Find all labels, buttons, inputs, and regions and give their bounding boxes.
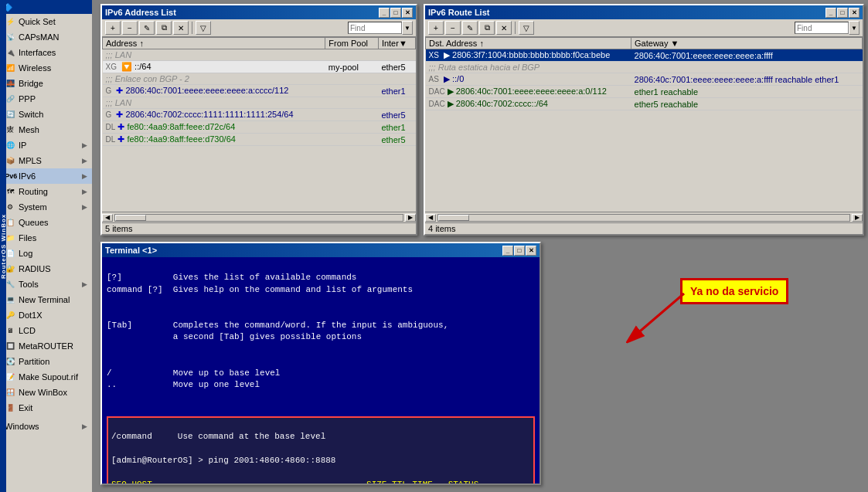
sidebar-item-mpls[interactable]: 📦 MPLS ▶ xyxy=(0,153,92,168)
ipv6-route-list-title: IPv6 Route List xyxy=(428,8,489,17)
add-button[interactable]: + xyxy=(105,21,121,35)
table-row[interactable]: XS ▶ 2806:3f7:1004:bbbb:bbbb:bbbb:f0ca:b… xyxy=(426,49,863,62)
route-scroll-right-btn[interactable]: ▶ xyxy=(852,214,863,222)
sidebar-item-interfaces[interactable]: 🔌 Interfaces xyxy=(0,45,92,60)
sidebar-item-new-terminal[interactable]: 💻 New Terminal xyxy=(0,292,92,307)
bridge-icon: 🌉 xyxy=(5,78,15,89)
route-add-button[interactable]: + xyxy=(428,21,444,35)
sidebar-item-queues[interactable]: 📋 Queues xyxy=(0,215,92,230)
table-row[interactable]: G ✚ 2806:40c:7002:cccc:1111:1111:1111:25… xyxy=(103,109,416,121)
route-find-control: ▼ xyxy=(795,21,859,35)
route-table-scroll[interactable]: Dst. Address ↑ Gateway ▼ XS ▶ 2806:3f7:1… xyxy=(425,37,863,212)
sidebar-item-switch[interactable]: 🔄 Switch xyxy=(0,107,92,122)
copy-button[interactable]: ⧉ xyxy=(156,21,172,35)
horizontal-scrollbar[interactable]: ◀ ▶ xyxy=(102,212,416,222)
scrollbar-track[interactable] xyxy=(114,214,403,222)
sidebar-item-ip[interactable]: 🌐 IP ▶ xyxy=(0,137,92,153)
sidebar-item-new-winbox[interactable]: 🪟 New WinBox xyxy=(0,385,92,400)
route-find-input[interactable] xyxy=(795,22,849,34)
minimize-button[interactable]: _ xyxy=(379,8,390,18)
sidebar-item-capsman[interactable]: 📡 CAPsMAN xyxy=(0,29,92,45)
filter-button[interactable]: ▽ xyxy=(196,21,211,35)
win-controls: _ □ ✕ xyxy=(379,8,413,18)
route-remove-button[interactable]: − xyxy=(445,21,461,35)
sidebar-item-make-supout[interactable]: 📝 Make Supout.rif xyxy=(0,369,92,385)
sidebar-item-system[interactable]: ⚙ System ▶ xyxy=(0,199,92,215)
sidebar-label-lcd: LCD xyxy=(19,326,36,335)
route-copy-button[interactable]: ⧉ xyxy=(479,21,495,35)
sidebar-item-exit[interactable]: 🚪 Exit xyxy=(0,400,92,416)
table-row[interactable]: XG 🔽 ::/64 my-pool ether5 xyxy=(103,61,416,73)
col-from-pool[interactable]: From Pool xyxy=(325,38,379,49)
table-row[interactable]: DL ✚ fe80::4aa9:8aff:feee:d730/64 ether5 xyxy=(103,134,416,146)
sidebar-label-mesh: Mesh xyxy=(19,125,39,134)
route-table: Dst. Address ↑ Gateway ▼ XS ▶ 2806:3f7:1… xyxy=(425,37,863,110)
sidebar-label-new-terminal: New Terminal xyxy=(19,295,70,304)
route-maximize-button[interactable]: □ xyxy=(837,8,848,18)
sidebar-item-tools[interactable]: 🔧 Tools ▶ xyxy=(0,277,92,292)
col-dst-address[interactable]: Dst. Address ↑ xyxy=(426,38,631,49)
sidebar-item-ipv6[interactable]: IPv6 IPv6 ▶ xyxy=(0,168,92,184)
tools-icon: 🔧 xyxy=(5,279,15,290)
delete-button[interactable]: ✕ xyxy=(173,21,189,35)
sidebar-item-dot1x[interactable]: 🔑 Dot1X xyxy=(0,307,92,323)
address-table-scroll[interactable]: Address ↑ From Pool Inter▼ ;;; LAN XG 🔽 … xyxy=(102,37,416,212)
sidebar-item-ppp[interactable]: 🔗 PPP xyxy=(0,91,92,107)
remove-button[interactable]: − xyxy=(122,21,138,35)
table-row[interactable]: DAC ▶ 2806:40c:7002:cccc::/64 ether5 rea… xyxy=(426,98,863,110)
find-input[interactable] xyxy=(348,22,402,34)
route-filter-button[interactable]: ▽ xyxy=(519,21,534,35)
sidebar-item-windows[interactable]: Windows ▶ xyxy=(0,419,92,434)
tools-arrow: ▶ xyxy=(82,280,87,288)
route-minimize-button[interactable]: _ xyxy=(825,8,836,18)
interfaces-icon: 🔌 xyxy=(5,47,15,58)
route-delete-button[interactable]: ✕ xyxy=(496,21,512,35)
terminal-maximize-button[interactable]: □ xyxy=(514,246,525,256)
ipv6-route-list-titlebar[interactable]: IPv6 Route List _ □ ✕ xyxy=(425,5,863,19)
sidebar-item-radius[interactable]: 🔐 RADIUS xyxy=(0,261,92,277)
col-address[interactable]: Address ↑ xyxy=(103,38,325,49)
table-row[interactable]: DAC ▶ 2806:40c:7001:eeee:eeee:eeee:a:0/1… xyxy=(426,86,863,98)
route-close-button[interactable]: ✕ xyxy=(849,8,859,18)
sidebar-item-quick-set[interactable]: ⚡ Quick Set xyxy=(0,14,92,29)
route-scrollbar-thumb[interactable] xyxy=(438,215,469,221)
sidebar-item-metarouter[interactable]: 🔲 MetaROUTER xyxy=(0,338,92,354)
terminal-title: Terminal <1> xyxy=(105,246,157,255)
col-gateway[interactable]: Gateway ▼ xyxy=(631,38,863,49)
sidebar-item-files[interactable]: 📁 Files xyxy=(0,230,92,246)
sidebar-item-routing[interactable]: 🗺 Routing ▶ xyxy=(0,184,92,199)
terminal-close-button[interactable]: ✕ xyxy=(526,246,536,256)
route-scroll-left-btn[interactable]: ◀ xyxy=(425,214,436,222)
scrollbar-thumb[interactable] xyxy=(115,215,146,221)
route-find-dropdown[interactable]: ▼ xyxy=(849,21,859,35)
terminal-ping-cmd: [admin@RouterOS] > ping 2001:4860:4860::… xyxy=(111,456,335,465)
col-interface[interactable]: Inter▼ xyxy=(378,38,415,49)
sidebar-item-wireless[interactable]: 📶 Wireless xyxy=(0,60,92,76)
close-button[interactable]: ✕ xyxy=(402,8,413,18)
ipv6-address-list-titlebar[interactable]: IPv6 Address List _ □ ✕ xyxy=(102,5,416,19)
sidebar-item-bridge[interactable]: 🌉 Bridge xyxy=(0,76,92,91)
terminal-content[interactable]: [?] Gives the list of available commands… xyxy=(102,257,540,484)
find-dropdown[interactable]: ▼ xyxy=(402,21,413,35)
table-row[interactable]: G ✚ 2806:40c:7001:eeee:eeee:eeee:a:cccc/… xyxy=(103,85,416,97)
terminal-titlebar[interactable]: Terminal <1> _ □ ✕ xyxy=(102,243,540,257)
sidebar-label-quick-set: Quick Set xyxy=(19,17,56,26)
edit-button[interactable]: ✎ xyxy=(139,21,155,35)
sidebar-item-partition[interactable]: 💽 Partition xyxy=(0,354,92,369)
route-scrollbar-track[interactable] xyxy=(437,214,850,222)
terminal-minimize-button[interactable]: _ xyxy=(502,246,513,256)
sidebar-item-lcd[interactable]: 🖥 LCD xyxy=(0,323,92,338)
maximize-button[interactable]: □ xyxy=(390,8,401,18)
scroll-right-btn[interactable]: ▶ xyxy=(405,214,416,222)
table-row[interactable]: DL ✚ fe80::4aa9:8aff:feee:d72c/64 ether1 xyxy=(103,121,416,134)
route-horizontal-scrollbar[interactable]: ◀ ▶ xyxy=(425,212,863,222)
terminal-line-8: .. Move up one level xyxy=(107,380,260,389)
ipv6-arrow: ▶ xyxy=(82,172,87,180)
route-edit-button[interactable]: ✎ xyxy=(462,21,478,35)
table-row[interactable]: AS ▶ ::/0 2806:40c:7001:eeee:eeee:eeee:a… xyxy=(426,73,863,86)
route-toolbar: + − ✎ ⧉ ✕ ▽ ▼ xyxy=(425,19,863,37)
ip-icon: 🌐 xyxy=(5,140,15,151)
sidebar-item-log[interactable]: 📄 Log xyxy=(0,246,92,261)
scroll-left-btn[interactable]: ◀ xyxy=(102,214,113,222)
sidebar-item-mesh[interactable]: 🕸 Mesh xyxy=(0,122,92,137)
